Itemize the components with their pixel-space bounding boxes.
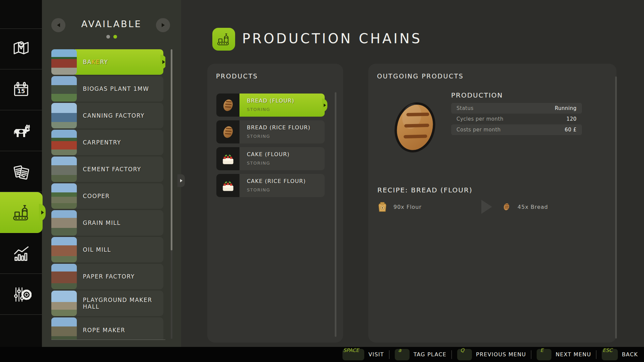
key-label: Q [460,347,464,353]
sidebar-item-settings[interactable] [0,274,42,315]
building-list-item[interactable]: COOPER [51,183,163,209]
selected-row-arrow [324,104,326,107]
sidebar-item-animals[interactable] [0,110,42,151]
recipe-output-text: 45x Bread [518,204,548,210]
sidebar-item-contracts[interactable] [0,151,42,192]
product-item-body: CAKE (RICE FLOUR) STORING [239,174,325,197]
bread-icon [501,202,512,212]
stat-value: 120 [567,116,577,122]
selected-tab-arrow [41,210,44,215]
page-title: PRODUCTION CHAINS [242,31,422,46]
production-icon [11,202,32,223]
statistics-icon [11,243,32,264]
building-thumbnail [51,264,77,289]
flour-sack-icon [377,201,387,213]
panel-expand-arrow[interactable] [177,174,185,187]
product-list-item[interactable]: BREAD (FLOUR) STORING [216,94,325,117]
building-list-item[interactable]: ROPE MAKER [51,317,163,340]
bread-icon [220,98,236,113]
product-icon [216,120,239,143]
page-dot[interactable] [106,35,110,39]
building-list-item[interactable]: PLAYGROUND MAKER HALL [51,291,163,316]
product-item-body: CAKE (FLOUR) STORING [239,147,325,170]
building-list-item[interactable]: CEMENT FACTORY [51,157,163,182]
sidebar-item-calendar[interactable]: 15 [0,69,42,110]
key-cap: E [537,349,551,360]
building-list-item[interactable]: CANNING FACTORY [51,103,163,128]
building-thumbnail [51,317,77,340]
page-indicator [42,35,181,39]
production-chains-icon [212,28,235,51]
key-action-label: TAG PLACE [414,351,446,358]
building-list-item[interactable]: BIOGAS PLANT 1MW [51,76,163,102]
hotkey-hint[interactable]: SPACE VISIT [342,349,384,360]
outgoing-panel-title: OUTGOING PRODUCTS [377,72,464,80]
building-label: CANNING FACTORY [75,103,163,128]
building-label: CARPENTRY [75,130,163,155]
chevron-right-icon [180,179,182,182]
building-list: BAKERY BIOGAS PLANT 1MW CANNING FA [51,49,165,340]
product-icon [216,174,239,197]
outgoing-panel-scrollbar[interactable] [615,76,617,339]
building-thumbnail [51,130,77,155]
product-name: BREAD (RICE FLOUR) [247,124,325,131]
product-list-item[interactable]: CAKE (FLOUR) STORING [216,147,325,170]
building-list-item[interactable]: PAPER FACTORY [51,264,163,289]
hotkey-hint[interactable]: E NEXT MENU [531,349,591,360]
products-panel-title: PRODUCTS [216,72,258,80]
product-list-scrollbar[interactable] [335,92,336,337]
sidebar-item-statistics[interactable] [0,233,42,274]
product-list-item[interactable]: BREAD (RICE FLOUR) STORING [216,120,325,143]
hotkey-hint[interactable]: ESC BACK [596,349,638,360]
production-stat-row: Costs per month 60 £ [451,124,582,135]
building-list-item[interactable]: CARPENTRY [51,130,163,155]
building-thumbnail [51,103,77,128]
building-label: ROPE MAKER [75,317,163,340]
key-label: E [540,347,543,353]
page-dot-active[interactable] [113,35,117,39]
sidebar-item-production[interactable] [0,192,43,233]
stat-label: Cycles per month [457,116,503,122]
building-thumbnail [51,183,77,209]
cake-icon [220,178,236,193]
stat-value: 60 £ [565,127,577,133]
stat-label: Status [457,105,474,111]
building-list-scrollbar-thumb[interactable] [171,49,172,250]
recipe-arrow-icon [481,200,492,214]
product-list-item[interactable]: CAKE (RICE FLOUR) STORING [216,174,325,197]
product-item-body: BREAD (FLOUR) STORING [239,94,325,117]
key-cap: Q [457,349,472,360]
building-thumbnail [51,76,77,102]
building-list-item[interactable]: OIL MILL [51,237,163,262]
hotkey-hint[interactable]: a TAG PLACE [389,349,446,360]
available-next-page-button[interactable] [156,18,170,32]
available-panel: AVAILABLE BAKERY [42,0,181,347]
bread-illustration [389,97,441,158]
product-status: STORING [247,134,325,139]
recipe-input-text: 90x Flour [393,204,422,210]
key-label: a [398,347,401,353]
hotkey-hint[interactable]: Q PREVIOUS MENU [451,349,526,360]
building-list-item[interactable]: BAKERY [51,49,163,75]
product-list: BREAD (FLOUR) STORING [216,94,330,201]
key-cap: SPACE [342,349,365,360]
stat-value: Running [555,105,577,111]
calendar-icon: 15 [11,79,32,100]
product-status: STORING [247,107,325,112]
key-action-label: VISIT [368,351,384,358]
outgoing-products-panel: OUTGOING PRODUCTS PRODUCTION S [368,64,616,343]
map-icon [11,39,32,59]
key-action-label: BACK [622,351,638,358]
building-list-item[interactable]: GRAIN MILL [51,210,163,236]
recipe-row: 90x Flour 45x Bread [377,198,579,215]
sidebar-item-map[interactable] [0,28,42,69]
products-panel: PRODUCTS [207,64,343,343]
sidebar: 15 [0,0,42,347]
key-label: ESC [602,347,612,353]
product-name: BREAD (FLOUR) [247,98,325,104]
chevron-right-icon [162,23,165,27]
bread-icon [220,124,236,140]
production-section-title: PRODUCTION [451,91,503,99]
product-status: STORING [247,187,325,192]
building-thumbnail [51,291,77,316]
